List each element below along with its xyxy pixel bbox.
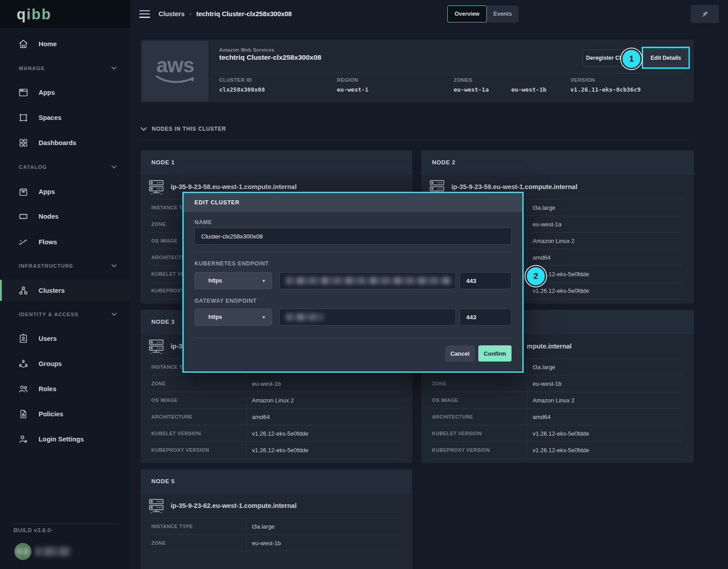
flows-icon [18, 237, 29, 247]
field-label: VERSION [570, 77, 641, 83]
menu-icon[interactable] [139, 10, 150, 18]
row-label: ZONE [151, 535, 247, 551]
cluster-title: techtriq Cluster-clx258x300x08 [219, 53, 321, 62]
clusters-icon [18, 285, 29, 296]
gateway-host-input[interactable] [279, 309, 456, 326]
sidebar-section-manage[interactable]: MANAGE [0, 64, 130, 73]
row-label: KUBELET VERSION [432, 425, 527, 441]
user-account[interactable] [14, 543, 70, 560]
scheme-select[interactable]: https ▾ [194, 309, 272, 326]
node-details-table: INSTANCE TYPEt3a.large ZONEeu-west-1b OS… [151, 358, 400, 459]
redacted-host [286, 277, 451, 284]
sidebar-item-nodes[interactable]: Nodes [0, 207, 130, 226]
pin-button[interactable] [691, 5, 719, 23]
kubernetes-endpoint-row: https ▾ 443 [194, 272, 512, 289]
table-row: ARCHITECTUREamd64 [432, 409, 682, 425]
node-hostname: ip-35-9-23-58.eu-west-1.compute.internal [171, 183, 296, 190]
chevron-down-icon: ▾ [262, 278, 265, 284]
server-icon [148, 338, 165, 355]
topbar: Clusters • techtriq Cluster-clx258x300x0… [139, 0, 292, 28]
sidebar-item-apps-manage[interactable]: Apps [0, 83, 130, 102]
tab-overview[interactable]: Overview [447, 5, 487, 22]
logo[interactable]: qibb [0, 0, 130, 28]
confirm-button[interactable]: Confirm [478, 345, 512, 362]
sidebar-item-spaces[interactable]: Spaces [0, 108, 130, 128]
modal-divider [194, 251, 512, 252]
node-name-row: ip-35-9-23-62.eu-west-1.compute.internal [141, 493, 412, 518]
field-value: eu-west-1 [337, 86, 454, 93]
build-version: BUILD v3.8.0- [13, 527, 53, 534]
provider-label: Amazon Web Services [219, 47, 274, 53]
sidebar-item-login-settings[interactable]: Login Settings [0, 429, 130, 449]
row-value: v1.26.12-eks-5e0fdde [247, 442, 309, 458]
sidebar-item-apps-catalog[interactable]: Apps [0, 182, 130, 202]
sidebar-item-users[interactable]: Users [0, 329, 130, 348]
aws-smile-icon [154, 75, 197, 85]
breadcrumb-section[interactable]: Clusters [159, 10, 185, 18]
avatar[interactable] [14, 543, 31, 560]
sidebar-section-identity[interactable]: IDENTITY & ACCESS [0, 310, 130, 319]
row-value: v1.26.12-eks-5e0fdde [527, 425, 589, 441]
row-value: eu-west-1b [527, 375, 561, 392]
row-value: eu-west-1b [247, 375, 281, 392]
annotation-circle-2: 2 [525, 266, 546, 287]
section-divider [141, 140, 694, 140]
gateway-port-input[interactable]: 443 [459, 309, 512, 326]
chevron-down-icon [141, 127, 147, 131]
table-row: KUBELET VERSIONv1.26.12-eks-5e0fdde [432, 425, 682, 442]
row-value: Amazon Linux 2 [527, 233, 574, 249]
row-label: ZONE [151, 375, 247, 392]
row-label: OS IMAGE [432, 392, 527, 408]
table-row: KUBEPROXY VERSIONv1.26.12-eks-5e0fdde [151, 442, 400, 459]
sidebar-item-groups[interactable]: Groups [0, 354, 130, 374]
tab-events[interactable]: Events [487, 5, 519, 22]
spaces-icon [18, 112, 29, 123]
sidebar-item-roles[interactable]: Roles [0, 379, 130, 399]
sidebar-item-dashboards[interactable]: Dashboards [0, 133, 130, 153]
row-label: KUBEPROXY VERSION [151, 442, 247, 458]
sidebar-item-label: Groups [39, 360, 62, 367]
sidebar-item-label: Apps [39, 188, 55, 195]
node-card-header: NODE 1 [141, 150, 412, 174]
row-value: amd64 [527, 249, 551, 265]
cancel-button[interactable]: Cancel [445, 345, 475, 362]
redacted-host [286, 313, 323, 321]
nodes-section-toggle[interactable]: NODES IN THIS CLUSTER [141, 126, 226, 132]
row-label: ARCHITECTURE [151, 409, 247, 425]
cluster-overview-card: aws Amazon Web Services techtriq Cluster… [141, 40, 694, 102]
aws-logo: aws [142, 41, 208, 101]
sidebar-item-home[interactable]: Home [0, 34, 130, 54]
sidebar-section-infrastructure[interactable]: INFRASTRUCTURE [0, 261, 130, 270]
field-label: CLUSTER ID [219, 77, 337, 83]
region-field: REGION eu-west-1 [337, 77, 454, 93]
scheme-select[interactable]: https ▾ [194, 272, 272, 289]
sidebar-section-catalog[interactable]: CATALOG [0, 163, 130, 172]
sidebar-item-flows[interactable]: Flows [0, 232, 130, 252]
nodes-icon [18, 211, 29, 222]
sidebar-item-label: Home [39, 40, 57, 48]
field-label: REGION [337, 77, 454, 83]
card-divider [211, 73, 683, 74]
row-value: t3a.large [247, 518, 275, 534]
node-hostname: ip-35-9-23-59.eu-west-1.compute.internal [451, 183, 577, 190]
sidebar-item-label: Nodes [39, 213, 58, 220]
kubernetes-host-input[interactable] [279, 272, 456, 289]
node-details-table: INSTANCE TYPEt3a.large ZONEeu-west-1b OS… [432, 358, 682, 459]
row-value: Amazon Linux 2 [527, 392, 574, 408]
sidebar-item-clusters[interactable]: Clusters [0, 280, 130, 301]
gateway-endpoint-row: https ▾ 443 [194, 309, 512, 326]
row-value: eu-west-1b [247, 535, 281, 551]
sidebar-section-label: INFRASTRUCTURE [19, 263, 73, 269]
row-value: amd64 [247, 409, 270, 425]
sidebar-item-label: Apps [39, 89, 55, 96]
cluster-name-input[interactable]: Cluster-clx258x300x08 [194, 228, 512, 245]
version-field: VERSION v1.26.11-eks-8cb36c9 [570, 77, 641, 93]
logo-q: q [17, 6, 26, 22]
kubernetes-port-input[interactable]: 443 [459, 272, 512, 289]
table-row: ZONEeu-west-1b [151, 535, 400, 551]
breadcrumb: Clusters • techtriq Cluster-clx258x300x0… [159, 10, 292, 18]
field-value: v1.26.11-eks-8cb36c9 [570, 86, 641, 93]
node-title: NODE 5 [151, 478, 175, 485]
sidebar-item-policies[interactable]: Policies [0, 404, 130, 424]
id-badge-icon [18, 333, 29, 344]
